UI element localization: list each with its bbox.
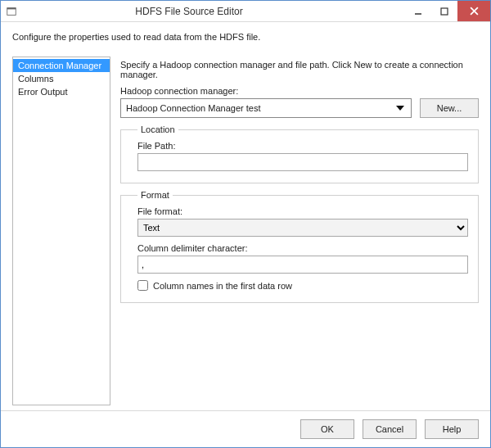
conn-manager-dropdown[interactable]: Hadoop Connection Manager test: [120, 98, 412, 118]
delimiter-label: Column delimiter character:: [137, 243, 468, 253]
dialog-footer: OK Cancel Help: [1, 410, 490, 447]
file-format-label: File format:: [137, 206, 468, 216]
file-path-label: File Path:: [137, 141, 468, 151]
chevron-down-icon: [393, 101, 408, 115]
first-row-label: Column names in the first data row: [153, 281, 292, 291]
sidebar-item-label: Columns: [18, 74, 53, 84]
close-button[interactable]: [457, 1, 490, 21]
maximize-button[interactable]: [431, 1, 457, 21]
sidebar-item-label: Error Output: [18, 87, 68, 97]
sidebar-item-connection-manager[interactable]: Connection Manager: [13, 59, 110, 72]
first-row-checkbox[interactable]: [137, 280, 148, 291]
conn-manager-label: Hadoop connection manager:: [120, 86, 479, 96]
dialog-body: Connection Manager Columns Error Output …: [1, 50, 490, 410]
sidebar-item-error-output[interactable]: Error Output: [13, 85, 110, 98]
minimize-button[interactable]: [405, 1, 431, 21]
main-panel: Specify a Hadoop connection manager and …: [120, 57, 479, 405]
help-button-label: Help: [443, 424, 462, 434]
ok-button-label: OK: [321, 424, 334, 434]
format-group: Format File format: Text Column delimite…: [120, 190, 479, 303]
new-button-label: New...: [437, 103, 462, 113]
file-format-select[interactable]: Text: [137, 219, 468, 237]
description-text: Configure the properties used to read da…: [1, 22, 490, 50]
file-path-input[interactable]: [137, 153, 468, 171]
ok-button[interactable]: OK: [300, 419, 354, 439]
window-buttons: [405, 1, 490, 21]
help-button[interactable]: Help: [425, 419, 479, 439]
maximize-icon: [440, 7, 448, 16]
delimiter-input[interactable]: [137, 256, 468, 274]
titlebar: HDFS File Source Editor: [1, 1, 490, 22]
svg-marker-6: [396, 106, 404, 111]
cancel-button[interactable]: Cancel: [363, 419, 417, 439]
location-group: Location File Path:: [120, 124, 479, 183]
sidebar-item-columns[interactable]: Columns: [13, 72, 110, 85]
cancel-button-label: Cancel: [376, 424, 403, 434]
window-title: HDFS File Source Editor: [0, 6, 405, 17]
editor-window: HDFS File Source Editor Configure the pr…: [0, 0, 491, 448]
minimize-icon: [414, 7, 422, 16]
location-legend: Location: [137, 124, 178, 134]
format-legend: Format: [137, 190, 173, 200]
svg-rect-3: [441, 8, 448, 15]
conn-manager-value: Hadoop Connection Manager test: [126, 103, 261, 113]
new-button[interactable]: New...: [420, 98, 479, 118]
page-list: Connection Manager Columns Error Output: [12, 57, 110, 405]
instruction-text: Specify a Hadoop connection manager and …: [120, 60, 479, 79]
sidebar-item-label: Connection Manager: [18, 61, 101, 70]
close-icon: [470, 7, 479, 16]
